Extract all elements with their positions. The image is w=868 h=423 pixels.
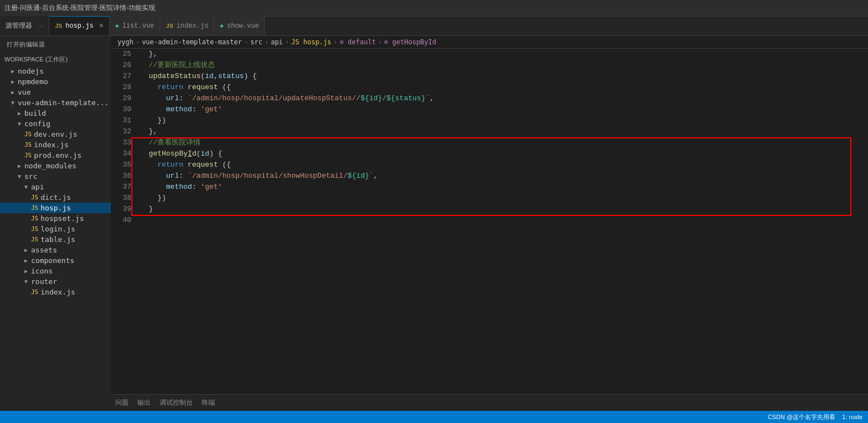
sidebar-item-config[interactable]: ▼ config	[0, 118, 111, 129]
arrow-icon-11: ▶	[24, 257, 28, 264]
sidebar-item-dev-env-js[interactable]: JS dev.env.js	[0, 129, 111, 140]
sidebar-item-node-modules[interactable]: ▶ node_modules	[0, 161, 111, 171]
api-label: api	[31, 183, 44, 191]
js-icon-2: JS	[166, 23, 173, 29]
js-file-icon-2: JS	[24, 141, 32, 148]
vue-icon-1: ◆	[115, 22, 119, 29]
arrow-icon-2: ▶	[11, 79, 14, 85]
line-num-35: 35	[111, 159, 131, 171]
code-area[interactable]: 25 26 27 28 29 30 31 32 33 34 35 36 37 3…	[111, 49, 868, 394]
code-content[interactable]: 25 26 27 28 29 30 31 32 33 34 35 36 37 3…	[111, 49, 868, 394]
sidebar-item-assets[interactable]: ▶ assets	[0, 245, 111, 255]
line-num-36: 36	[111, 171, 131, 182]
breadcrumb-src: src	[250, 38, 263, 46]
sidebar: 打开的编辑器 WORKSPACE (工作区) ▶ nodejs ▶ npmdem…	[0, 36, 111, 411]
tab-list-vue[interactable]: ◆ list.vue	[110, 16, 160, 35]
code-line-31: })	[140, 115, 868, 126]
line-num-30: 30	[111, 104, 131, 115]
arrow-icon-10: ▶	[24, 247, 28, 253]
sidebar-item-table-js[interactable]: JS table.js	[0, 234, 111, 245]
code-line-29: url: `/admin/hosp/hospital/updateHospSta…	[140, 93, 868, 104]
sidebar-item-vue-admin[interactable]: ▼ vue-admin-template...	[0, 97, 111, 108]
table-js-label: table.js	[40, 235, 75, 244]
code-line-28: return request ({	[140, 82, 868, 93]
tab-source-manager[interactable]: 源管理器 ···	[0, 16, 49, 35]
js-file-icon-9: JS	[31, 288, 38, 296]
code-lines[interactable]: }, //更新医院上线状态 updateStatus(id,status) { …	[136, 49, 868, 394]
breadcrumb: yygh › vue-admin-template-master › src ›…	[111, 36, 868, 49]
tab-index-js-label: index.js	[176, 22, 208, 30]
line-num-38: 38	[111, 193, 131, 204]
js-file-icon-5: JS	[31, 204, 38, 212]
router-index-label: index.js	[40, 288, 75, 296]
arrow-icon-12: ▶	[24, 268, 28, 274]
sidebar-item-src[interactable]: ▼ src	[0, 171, 111, 182]
sidebar-item-hospset-js[interactable]: JS hospset.js	[0, 213, 111, 224]
line-num-28: 28	[111, 82, 131, 93]
prod-env-label: prod.env.js	[34, 151, 81, 159]
sidebar-item-dict-js[interactable]: JS dict.js	[0, 192, 111, 203]
sidebar-open-editors: 打开的编辑器	[0, 36, 111, 53]
hospset-js-label: hospset.js	[40, 214, 84, 223]
breadcrumb-hosp-js: JS hosp.js	[291, 38, 331, 46]
nodejs-label: nodejs	[18, 67, 44, 75]
line-num-31: 31	[111, 115, 131, 126]
code-line-32: },	[140, 126, 868, 137]
line-num-39: 39	[111, 204, 131, 215]
code-line-36: url: `/admin/hosp/hospital/showHospDetai…	[140, 171, 868, 182]
code-line-26: //更新医院上线状态	[140, 60, 868, 71]
line-num-32: 32	[111, 126, 131, 137]
sidebar-item-api[interactable]: ▼ api	[0, 182, 111, 192]
bottom-tab-problems[interactable]: 问题	[115, 398, 129, 407]
breadcrumb-getHospById: ⊙ getHospById	[384, 38, 436, 46]
sidebar-item-index-js[interactable]: JS index.js	[0, 140, 111, 150]
source-manager-label: 源管理器	[6, 21, 32, 30]
arrow-icon-6: ▼	[18, 121, 21, 127]
code-line-25: },	[140, 49, 868, 60]
sidebar-item-npmdemo[interactable]: ▶ npmdemo	[0, 76, 111, 87]
arrow-icon-4: ▼	[11, 100, 14, 106]
title-text: 注册-问医通-后台系统-医院管理-医院详情-功能实现	[4, 3, 155, 13]
bottom-panel: 问题 输出 调试控制台 终端	[111, 394, 868, 411]
line-num-37: 37	[111, 182, 131, 193]
bottom-tab-terminal[interactable]: 终端	[202, 398, 215, 407]
js-file-icon-4: JS	[31, 194, 38, 201]
sidebar-item-nodejs[interactable]: ▶ nodejs	[0, 66, 111, 76]
line-num-26: 26	[111, 60, 131, 71]
status-node: 1: node	[842, 414, 862, 420]
code-line-33: //查看医院详情	[140, 137, 868, 148]
arrow-icon-9: ▼	[24, 184, 28, 190]
sidebar-item-login-js[interactable]: JS login.js	[0, 224, 111, 234]
sidebar-item-vue[interactable]: ▶ vue	[0, 87, 111, 97]
sidebar-item-build[interactable]: ▶ build	[0, 108, 111, 118]
tab-index-js[interactable]: JS index.js	[160, 16, 214, 35]
login-js-label: login.js	[40, 225, 75, 233]
tab-show-vue[interactable]: ◆ show.vue	[214, 16, 265, 35]
js-file-icon-6: JS	[31, 215, 38, 222]
breadcrumb-yygh: yygh	[117, 38, 133, 46]
src-label: src	[24, 172, 37, 180]
sidebar-item-components[interactable]: ▶ components	[0, 255, 111, 266]
line-num-40: 40	[111, 215, 131, 226]
code-line-30: method: 'get'	[140, 104, 868, 115]
tab-hosp-js[interactable]: JS hosp.js ×	[49, 16, 110, 35]
bottom-tab-output[interactable]: 输出	[137, 398, 151, 407]
code-line-37: method: 'get'	[140, 182, 868, 193]
sidebar-item-hosp-js[interactable]: JS hosp.js	[0, 203, 111, 213]
js-file-icon-7: JS	[31, 225, 38, 233]
bottom-tab-debug[interactable]: 调试控制台	[160, 398, 193, 407]
main-layout: 打开的编辑器 WORKSPACE (工作区) ▶ nodejs ▶ npmdem…	[0, 36, 868, 411]
sidebar-item-router-index[interactable]: JS index.js	[0, 287, 111, 297]
index-js-label: index.js	[34, 141, 69, 149]
tab-show-vue-label: show.vue	[227, 22, 259, 30]
code-line-27: updateStatus(id,status) {	[140, 71, 868, 82]
breadcrumb-api: api	[271, 38, 283, 46]
sidebar-item-router[interactable]: ▼ router	[0, 276, 111, 287]
code-line-38: })	[140, 193, 868, 204]
status-csdn: CSDN @这个名字先用看	[768, 413, 835, 421]
sidebar-item-prod-env-js[interactable]: JS prod.env.js	[0, 150, 111, 161]
components-label: components	[31, 256, 74, 265]
tab-close-icon[interactable]: ×	[99, 22, 104, 30]
sidebar-item-icons[interactable]: ▶ icons	[0, 266, 111, 276]
icons-label: icons	[31, 267, 53, 275]
